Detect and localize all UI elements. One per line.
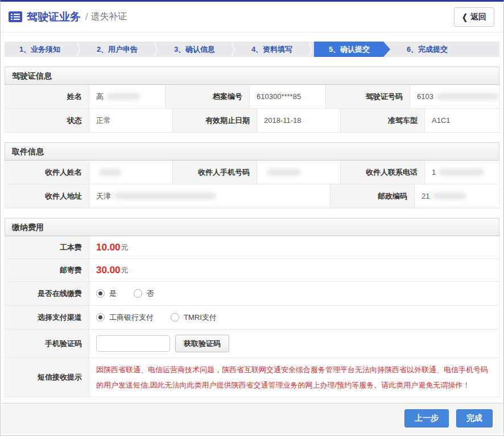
redacted-value (439, 168, 484, 176)
recipient-phone-value: 1 (425, 161, 499, 184)
payment-channel-options: 工商银行支付 TMRI支付 (89, 306, 499, 329)
stepbar-filler (462, 42, 499, 57)
expiry-date-label: 有效期止日期 (173, 109, 257, 132)
radio-option-yes[interactable]: 是 (96, 289, 117, 299)
step-6-complete-submit: 6、完成提交 (392, 42, 462, 57)
table-row: 收件人地址 天津 邮政编码 21 (5, 184, 499, 208)
redacted-value (432, 192, 466, 200)
fees-section: 缴纳费用 工本费 10.00 元 邮寄费 30.00 元 是否在线缴费 (5, 218, 499, 397)
file-number-value: 610300****85 (250, 85, 326, 108)
sms-notice-label: 短信接收提示 (5, 358, 89, 397)
cost-fee-label: 工本费 (5, 236, 89, 258)
license-number-value: 6103 (410, 85, 499, 108)
pickup-info-section: 取件信息 收件人姓名 收件人手机号码 收件人联系电话 1 收件人地址 天津 (5, 142, 499, 208)
document-list-icon (9, 11, 22, 22)
step-1-business-notice: 1、业务须知 (5, 42, 75, 57)
online-pay-options: 是 否 (89, 282, 499, 305)
recipient-mobile-value (257, 161, 341, 184)
vehicle-class-value: A1C1 (425, 109, 499, 132)
radio-option-label: 是 (109, 289, 117, 299)
radio-selected-icon[interactable] (96, 289, 105, 298)
recipient-name-value (89, 161, 173, 184)
license-info-section: 驾驶证信息 姓名 高 档案编号 610300****85 驾驶证号码 6103 … (5, 67, 499, 133)
get-sms-code-button[interactable]: 获取验证码 (175, 335, 229, 352)
radio-unselected-icon[interactable] (171, 313, 179, 322)
vehicle-class-label: 准驾车型 (341, 109, 425, 132)
radio-option-label: 否 (147, 289, 154, 299)
breadcrumb-separator: / (85, 12, 88, 22)
page-title: 驾驶证业务 (27, 10, 81, 24)
name-label: 姓名 (5, 85, 89, 108)
payment-channel-label: 选择支付渠道 (5, 306, 89, 329)
recipient-mobile-label: 收件人手机号码 (173, 161, 257, 184)
back-button[interactable]: ❮ 返回 (454, 7, 494, 27)
cost-fee-value: 10.00 元 (89, 236, 499, 258)
sms-code-input[interactable] (96, 335, 170, 352)
wizard-steps: 1、业务须知 2、用户申告 3、确认信息 4、资料填写 5、确认提交 6、完成提… (5, 42, 499, 57)
name-value: 高 (89, 85, 166, 108)
recipient-address-label: 收件人地址 (5, 184, 89, 208)
pickup-info-table: 收件人姓名 收件人手机号码 收件人联系电话 1 收件人地址 天津 邮政编码 (5, 161, 499, 208)
sms-notice-text: 因陕西省联通、电信运营商技术问题，陕西省互联网交通安全综合服务管理平台无法向持陕… (96, 358, 499, 397)
status-label: 状态 (5, 109, 89, 132)
radio-option-tmri-pay[interactable]: TMRI支付 (171, 312, 217, 323)
fees-table: 工本费 10.00 元 邮寄费 30.00 元 是否在线缴费 (5, 236, 499, 397)
postal-code-label: 邮政编码 (331, 184, 415, 208)
redacted-value (114, 192, 216, 200)
redacted-value (436, 93, 499, 100)
postage-fee-unit: 元 (121, 265, 129, 275)
section-title: 驾驶证信息 (5, 67, 499, 85)
chevron-left-icon: ❮ (462, 12, 468, 22)
back-button-label: 返回 (470, 12, 486, 22)
postage-fee-label: 邮寄费 (5, 259, 89, 281)
online-pay-label: 是否在线缴费 (5, 282, 89, 305)
step-3-confirm-info: 3、确认信息 (159, 42, 230, 57)
radio-option-label: TMRI支付 (184, 312, 217, 323)
page: 驾驶证业务 / 遗失补证 ❮ 返回 1、业务须知 2、用户申告 3、确认信息 4… (0, 0, 504, 436)
redacted-value (267, 168, 301, 176)
section-title: 取件信息 (5, 142, 499, 161)
recipient-address-value: 天津 (89, 184, 331, 208)
step-chevron-separator (75, 42, 82, 57)
redacted-value (106, 93, 141, 100)
expiry-date-value: 2018-11-18 (257, 109, 341, 132)
license-info-table: 姓名 高 档案编号 610300****85 驾驶证号码 6103 状态 正常 … (5, 85, 499, 133)
previous-step-button[interactable]: 上一步 (404, 409, 449, 427)
step-chevron-separator (307, 42, 314, 57)
cost-fee-amount: 10.00 (96, 242, 121, 253)
table-row: 手机验证码 获取验证码 (5, 330, 499, 358)
step-5-confirm-submit-active: 5、确认提交 (314, 42, 390, 57)
postal-code-value: 21 (415, 184, 499, 208)
step-chevron-separator (152, 42, 159, 57)
file-number-label: 档案编号 (166, 85, 250, 108)
footer-actions: 上一步 完成 (1, 403, 503, 433)
header: 驾驶证业务 / 遗失补证 ❮ 返回 (1, 2, 503, 32)
postage-fee-value: 30.00 元 (89, 259, 499, 281)
status-value: 正常 (89, 109, 173, 132)
step-4-fill-data: 4、资料填写 (237, 42, 307, 57)
radio-unselected-icon[interactable] (134, 289, 142, 298)
radio-option-no[interactable]: 否 (134, 289, 154, 299)
section-title: 缴纳费用 (5, 218, 499, 236)
finish-button[interactable]: 完成 (456, 409, 493, 427)
license-number-label: 驾驶证号码 (326, 85, 410, 108)
radio-option-icbc-pay[interactable]: 工商银行支付 (96, 312, 154, 323)
radio-selected-icon[interactable] (96, 313, 105, 322)
radio-option-label: 工商银行支付 (109, 312, 154, 323)
table-row: 选择支付渠道 工商银行支付 TMRI支付 (5, 306, 499, 330)
table-row: 状态 正常 有效期止日期 2018-11-18 准驾车型 A1C1 (5, 109, 499, 133)
sms-notice-cell: 因陕西省联通、电信运营商技术问题，陕西省互联网交通安全综合服务管理平台无法向持陕… (89, 358, 499, 397)
sms-code-label: 手机验证码 (5, 330, 89, 357)
table-row: 工本费 10.00 元 (5, 236, 499, 259)
table-row: 是否在线缴费 是 否 (5, 282, 499, 306)
recipient-phone-label: 收件人联系电话 (341, 161, 425, 184)
step-chevron-separator (230, 42, 237, 57)
step-2-user-declaration: 2、用户申告 (82, 42, 152, 57)
cost-fee-unit: 元 (121, 242, 129, 253)
table-row: 短信接收提示 因陕西省联通、电信运营商技术问题，陕西省互联网交通安全综合服务管理… (5, 358, 499, 397)
table-row: 收件人姓名 收件人手机号码 收件人联系电话 1 (5, 161, 499, 184)
sms-code-field: 获取验证码 (89, 330, 499, 357)
redacted-value (99, 168, 122, 176)
recipient-name-label: 收件人姓名 (5, 161, 89, 184)
breadcrumb-current: 遗失补证 (90, 11, 127, 23)
